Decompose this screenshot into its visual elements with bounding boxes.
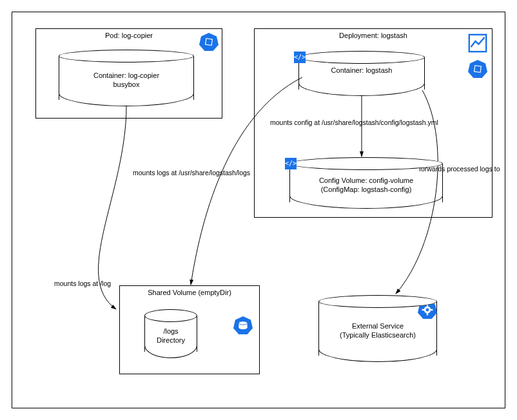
code-icon: </> xyxy=(285,158,297,169)
svg-rect-2 xyxy=(206,39,211,44)
config-volume: Config Volume: config-volume (ConfigMap:… xyxy=(289,157,443,209)
external-label1: External Service xyxy=(318,322,437,330)
container-logstash-label: Container: logstash xyxy=(298,66,425,74)
kubernetes-icon xyxy=(199,32,219,52)
svg-rect-16 xyxy=(427,313,428,316)
edge-mounts-log: mounts logs at /log xyxy=(54,280,111,287)
container-log-copier-label2: busybox xyxy=(59,81,194,88)
external-label2: (Typically Elasticsearch) xyxy=(318,331,437,339)
logs-dir-label2: Directory xyxy=(144,336,197,344)
container-logstash: Container: logstash xyxy=(298,51,425,96)
logs-directory: /logs Directory xyxy=(144,309,197,358)
edge-mounts-config: mounts config at /usr/share/logstash/con… xyxy=(270,119,438,126)
svg-point-10 xyxy=(239,326,247,329)
deployment-title: Deployment: logstash xyxy=(255,29,492,39)
container-log-copier-label1: Container: log-copier xyxy=(59,72,194,79)
edge-mounts-logs-logstash: mounts logs at /usr/share/logstash/logs xyxy=(133,169,250,177)
svg-rect-17 xyxy=(422,309,425,310)
config-volume-label1: Config Volume: config-volume xyxy=(289,177,443,184)
kubernetes-volume-icon xyxy=(233,316,253,335)
logs-dir-label1: /logs xyxy=(144,327,197,335)
svg-point-14 xyxy=(426,309,429,312)
svg-rect-6 xyxy=(474,66,480,72)
config-volume-label2: (ConfigMap: logstash-config) xyxy=(289,186,443,193)
chart-icon xyxy=(468,33,487,53)
shared-volume-title: Shared Volume (emptyDir) xyxy=(120,286,259,296)
external-service: External Service (Typically Elasticsearc… xyxy=(318,295,437,362)
container-log-copier: Container: log-copier busybox xyxy=(59,50,194,106)
svg-rect-18 xyxy=(431,309,433,310)
kubernetes-icon xyxy=(468,59,487,79)
pod-title: Pod: log-copier xyxy=(36,29,222,39)
code-icon: </> xyxy=(294,52,306,63)
